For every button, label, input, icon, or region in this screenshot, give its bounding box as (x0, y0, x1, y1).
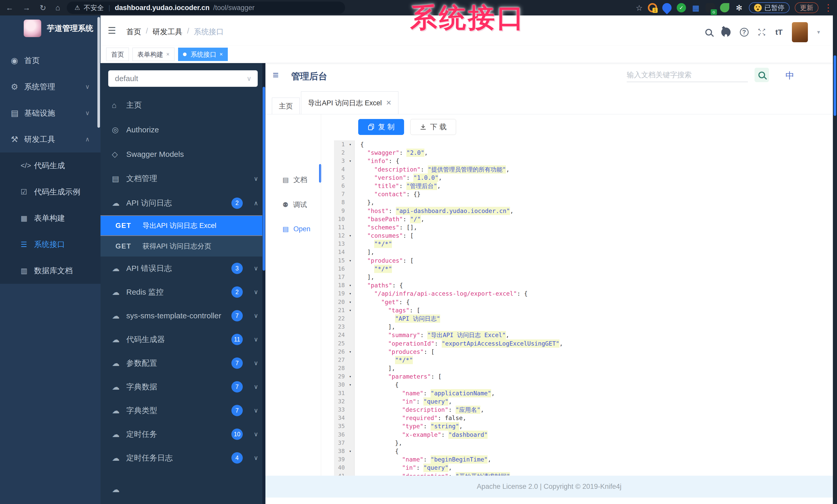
api-operation-item[interactable]: GET导出API 访问日志 Excel (101, 215, 265, 236)
close-icon[interactable]: ✕ (386, 99, 392, 107)
doc-tab[interactable]: 主页 (272, 98, 300, 114)
chevron-down-icon[interactable]: ∨ (253, 431, 258, 438)
sidebar-item-api[interactable]: ☰系统接口 (0, 231, 101, 258)
extension-leaf-icon[interactable] (720, 3, 729, 12)
chevron-down-icon[interactable]: ∨ (253, 407, 258, 414)
chevron-down-icon[interactable]: ∨ (253, 265, 258, 272)
group-select[interactable]: default ∨ (108, 70, 258, 87)
browser-home-icon[interactable]: ⌂ (55, 3, 60, 12)
controller-group-item[interactable]: ☁代码生成器11∨ (101, 328, 265, 351)
app-logo-row[interactable]: 芋道管理系统 (0, 16, 101, 41)
fold-caret-icon[interactable]: ▾ (346, 141, 355, 149)
browser-back-icon[interactable]: ← (6, 3, 13, 12)
fold-caret-icon[interactable]: ▾ (346, 257, 355, 265)
sidebar-item-tools[interactable]: ⚒研发工具∧ (0, 126, 101, 152)
fold-caret-icon[interactable]: ▾ (346, 372, 355, 381)
scrollbar-thumb[interactable] (834, 55, 836, 116)
doc-search-input[interactable] (627, 68, 748, 82)
swagger-menu-item[interactable]: ◎Authorize (101, 117, 265, 142)
extension-grid-icon[interactable]: ▦ (691, 3, 700, 12)
help-icon[interactable]: ? (740, 28, 749, 37)
chevron-down-icon[interactable]: ∨ (253, 336, 258, 343)
controller-group-item[interactable]: ☁API 错误日志3∨ (101, 257, 265, 280)
sidebar-item-db[interactable]: ▥数据库文档 (0, 258, 101, 284)
page-scrollbar[interactable] (833, 16, 837, 504)
chevron-down-icon[interactable]: ∨ (253, 454, 258, 462)
chevron-down-icon[interactable]: ∨ (253, 175, 258, 182)
controller-group-item[interactable]: ☁字典数据7∨ (101, 375, 265, 399)
search-icon[interactable] (705, 29, 712, 36)
sidebar-item-shield[interactable]: ☑代码生成示例 (0, 179, 101, 205)
copy-button[interactable]: 复 制 (358, 119, 404, 135)
sidebar-item-dashboard[interactable]: ◉首页 (0, 48, 101, 74)
sidebar-item-gear[interactable]: ⚙系统管理∨ (0, 74, 101, 100)
collapse-menu-icon[interactable]: ☰ (108, 25, 116, 36)
chevron-down-icon[interactable]: ▾ (817, 29, 820, 36)
browser-reload-icon[interactable]: ↻ (40, 3, 46, 12)
tag-view-item[interactable]: 系统接口× (178, 48, 228, 61)
download-button[interactable]: 下 载 (410, 119, 456, 135)
fold-caret-icon[interactable]: ▾ (346, 447, 355, 455)
fold-caret-icon[interactable]: ▾ (346, 306, 355, 315)
controller-group-item[interactable]: ☁Redis 监控2∨ (101, 280, 265, 304)
browser-update-button[interactable]: 更新 (795, 2, 818, 13)
fullscreen-icon[interactable]: ↖↗↙↘ (758, 28, 766, 36)
sidebar-item-code[interactable]: </>代码生成 (0, 152, 101, 179)
doc-list-icon[interactable]: ≡ (273, 69, 279, 81)
code-editor[interactable]: 1▾{2"swagger": "2.0",3▾"info": {4"descri… (321, 141, 833, 488)
sidebar-item-infra[interactable]: ▤基础设施∨ (0, 100, 101, 126)
chevron-down-icon[interactable]: ∨ (253, 383, 258, 390)
doc-tab-active[interactable]: 导出API 访问日志 Excel✕ (301, 91, 398, 114)
api-operation-item[interactable]: GET获得API 访问日志分页 (101, 236, 265, 257)
github-icon[interactable] (721, 27, 731, 37)
sidebar-item-form[interactable]: ▦表单构建 (0, 205, 101, 231)
doc-nav-文档[interactable]: ▤文档 (265, 175, 321, 184)
tag-view-item[interactable]: 首页 (106, 48, 129, 61)
chevron-up-icon[interactable]: ∧ (253, 200, 258, 207)
breadcrumb-item[interactable]: 系统接口 (194, 27, 224, 37)
doc-nav-调试[interactable]: ⚉调试 (265, 200, 321, 209)
controller-group-item[interactable]: ☁参数配置7∨ (101, 351, 265, 375)
swagger-menu-item[interactable]: ◇Swagger Models (101, 142, 265, 166)
fold-caret-icon[interactable]: ▾ (346, 290, 355, 298)
controller-group-item[interactable]: ☁定时任务10∨ (101, 422, 265, 446)
close-icon[interactable]: × (219, 51, 223, 58)
fold-caret-icon[interactable]: ▾ (346, 381, 355, 389)
extension-dark-icon[interactable]: G (706, 3, 715, 12)
extension-drop-icon[interactable] (660, 1, 674, 14)
bookmark-star-icon[interactable]: ☆ (636, 3, 643, 12)
browser-forward-icon[interactable]: → (23, 3, 31, 12)
paused-extension-badge[interactable]: 已暂停 (749, 2, 789, 13)
font-size-icon[interactable]: tT (776, 28, 783, 37)
fold-caret-icon[interactable]: ▾ (346, 281, 355, 290)
fold-caret-icon[interactable]: ▾ (346, 348, 355, 356)
controller-group-item[interactable]: ☁sys-sms-template-controller7∨ (101, 304, 265, 328)
tag-view-item[interactable]: 表单构建× (132, 48, 175, 61)
swagger-scrollbar[interactable] (262, 63, 265, 504)
sidebar-scrollbar[interactable] (97, 17, 100, 128)
breadcrumb-item[interactable]: 研发工具 (153, 27, 182, 37)
address-bar[interactable]: ⚠ 不安全 | dashboard.yudao.iocoder.cn/tool/… (67, 2, 345, 14)
extension-icon[interactable]: 1 (648, 3, 657, 12)
extension-green-icon[interactable]: ✓ (677, 3, 686, 12)
fold-caret-icon[interactable]: ▾ (346, 231, 355, 240)
chevron-down-icon[interactable]: ∨ (253, 359, 258, 367)
doc-nav-open[interactable]: ▤Open (265, 225, 321, 233)
language-toggle-icon[interactable]: 中 (785, 70, 794, 82)
chevron-down-icon[interactable]: ∨ (253, 288, 258, 296)
controller-group-item[interactable]: ☁字典类型7∨ (101, 399, 265, 422)
controller-group-item[interactable]: ☁ (101, 478, 265, 501)
controller-group-item[interactable]: ☁定时任务日志4∨ (101, 446, 265, 470)
breadcrumb-item[interactable]: 首页 (126, 27, 141, 37)
fold-caret-icon[interactable]: ▾ (346, 157, 355, 165)
close-icon[interactable]: × (166, 51, 170, 58)
browser-menu-icon[interactable]: ⋮ (824, 3, 833, 12)
swagger-menu-item[interactable]: ⌂主页 (101, 93, 265, 117)
doc-search-icon[interactable] (754, 68, 769, 82)
chevron-down-icon[interactable]: ∨ (253, 312, 258, 319)
user-avatar[interactable] (792, 22, 808, 42)
swagger-menu-item[interactable]: ▤文档管理∨ (101, 166, 265, 191)
fold-caret-icon[interactable]: ▾ (346, 298, 355, 306)
swagger-menu-item[interactable]: ☁API 访问日志2∧ (101, 191, 265, 215)
extension-flower-icon[interactable]: ✻ (734, 3, 744, 12)
